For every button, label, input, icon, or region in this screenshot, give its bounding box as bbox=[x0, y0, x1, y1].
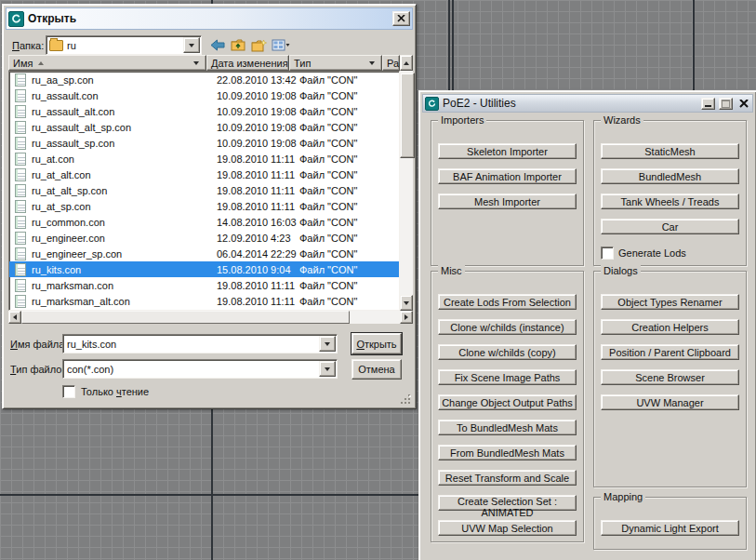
tank-wheels-treads-button[interactable]: Tank Wheels / Treads bbox=[601, 193, 739, 209]
object-types-renamer-button[interactable]: Object Types Renamer bbox=[601, 294, 739, 310]
view-menu-button[interactable] bbox=[270, 37, 292, 53]
file-name: ru_marksman.con bbox=[32, 280, 217, 291]
file-type: Файл "CON" bbox=[299, 296, 399, 307]
column-header-name[interactable]: Имя bbox=[8, 55, 206, 71]
file-row[interactable]: ru_at_alt.con19.08.2010 11:11Файл "CON" bbox=[9, 167, 399, 182]
uvw-map-selection-button[interactable]: UVW Map Selection bbox=[438, 520, 577, 536]
file-row[interactable]: ru_at_sp.con19.08.2010 11:11Файл "CON" bbox=[9, 198, 399, 214]
chevron-down-icon bbox=[325, 367, 330, 371]
filename-combobox[interactable]: ru_kits.con bbox=[62, 334, 338, 353]
file-row[interactable]: ru_engineer.con12.09.2010 4:23Файл "CON" bbox=[9, 230, 399, 246]
file-row-selected[interactable]: ru_kits.con15.08.2010 9:04Файл "CON" bbox=[9, 261, 399, 277]
file-row[interactable]: ru_at.con19.08.2010 11:11Файл "CON" bbox=[9, 151, 399, 167]
group-mapping: Mapping Dynamic Light Export bbox=[593, 497, 747, 550]
column-filter-button[interactable] bbox=[191, 56, 202, 70]
staticmesh-button[interactable]: StaticMesh bbox=[601, 143, 739, 159]
combobox-dropdown-button[interactable] bbox=[183, 37, 200, 53]
clone-with-childs-instance-button[interactable]: Clone w/childs (instance) bbox=[438, 319, 577, 335]
readonly-label: Только чтение bbox=[81, 386, 149, 397]
reset-transform-and-scale-button[interactable]: Reset Transform and Scale bbox=[438, 470, 577, 486]
file-date: 22.08.2010 13:42 bbox=[217, 74, 299, 86]
file-name: ru_at_alt.con bbox=[32, 169, 217, 180]
change-object-output-paths-button[interactable]: Change Object Output Paths bbox=[438, 394, 577, 410]
group-importers: Importers Skeleton Importer BAF Animatio… bbox=[431, 120, 584, 266]
cancel-button[interactable]: Отмена bbox=[351, 359, 402, 380]
filetype-combobox[interactable]: con(*.con) bbox=[62, 359, 338, 379]
file-type: Файл "CON" bbox=[299, 280, 399, 291]
car-button[interactable]: Car bbox=[601, 219, 739, 234]
file-date: 19.08.2010 11:11 bbox=[217, 296, 299, 307]
combobox-dropdown-button[interactable] bbox=[319, 336, 336, 352]
scroll-right-button[interactable] bbox=[400, 311, 413, 324]
clone-with-childs-copy-button[interactable]: Clone w/childs (copy) bbox=[438, 344, 577, 360]
skeleton-importer-button[interactable]: Skeleton Importer bbox=[438, 143, 577, 159]
readonly-checkbox-row[interactable]: Только чтение bbox=[62, 385, 149, 398]
uvw-manager-button[interactable]: UVW Manager bbox=[601, 394, 739, 410]
folder-combobox[interactable]: ru bbox=[46, 35, 202, 55]
up-one-level-button[interactable] bbox=[229, 37, 247, 53]
panel-titlebar[interactable]: PoE2 - Utilities bbox=[422, 94, 753, 113]
file-row[interactable]: ru_assault_alt.con10.09.2010 19:08Файл "… bbox=[9, 103, 399, 119]
generate-lods-checkbox[interactable] bbox=[601, 247, 614, 260]
scroll-left-button[interactable] bbox=[8, 311, 21, 324]
generate-lods-row[interactable]: Generate Lods bbox=[601, 247, 739, 260]
group-dialogs: Dialogs Object Types Renamer Creation He… bbox=[593, 271, 747, 487]
file-name: ru_aa_sp.con bbox=[32, 74, 217, 86]
file-date: 10.09.2010 19:08 bbox=[217, 122, 299, 133]
file-row[interactable]: ru_assault_sp.con10.09.2010 19:08Файл "C… bbox=[9, 135, 399, 151]
scene-browser-button[interactable]: Scene Browser bbox=[601, 369, 739, 385]
file-row[interactable]: ru_marksman.con19.08.2010 11:11Файл "CON… bbox=[9, 277, 399, 293]
fix-scene-image-paths-button[interactable]: Fix Scene Image Paths bbox=[438, 369, 577, 385]
file-type: Файл "CON" bbox=[299, 248, 399, 260]
file-row[interactable]: ru_aa_sp.con22.08.2010 13:42Файл "CON" bbox=[9, 72, 399, 87]
close-icon bbox=[397, 15, 405, 22]
file-date: 15.08.2010 9:04 bbox=[217, 264, 299, 275]
dialog-titlebar[interactable]: Открыть bbox=[6, 7, 413, 30]
dynamic-light-export-button[interactable]: Dynamic Light Export bbox=[601, 520, 739, 536]
column-header-type[interactable]: Тип bbox=[289, 55, 382, 71]
file-icon bbox=[15, 137, 26, 150]
mesh-importer-button[interactable]: Mesh Importer bbox=[438, 193, 577, 209]
minimize-button[interactable] bbox=[701, 98, 715, 110]
maximize-icon bbox=[722, 100, 730, 108]
file-row[interactable]: ru_assault_alt_sp.con10.09.2010 19:08Фай… bbox=[9, 119, 399, 135]
creation-helpers-button[interactable]: Creation Helpers bbox=[601, 319, 739, 335]
to-bundledmesh-mats-button[interactable]: To BundledMesh Mats bbox=[438, 420, 577, 435]
file-type: Файл "CON" bbox=[299, 74, 399, 86]
file-row[interactable]: ru_common.con14.08.2010 16:03Файл "CON" bbox=[9, 214, 399, 230]
baf-animation-importer-button[interactable]: BAF Animation Importer bbox=[438, 168, 577, 184]
file-row[interactable]: ru_assault.con10.09.2010 19:08Файл "CON" bbox=[9, 87, 399, 103]
close-button[interactable] bbox=[392, 11, 410, 26]
file-row[interactable]: ru_marksman_alt.con19.08.2010 11:11Файл … bbox=[9, 293, 399, 309]
file-icon bbox=[15, 105, 26, 118]
resize-grip[interactable] bbox=[400, 393, 412, 406]
file-row[interactable]: ru_engineer_sp.con06.04.2014 22:29Файл "… bbox=[9, 246, 399, 261]
scroll-down-button[interactable] bbox=[400, 295, 413, 311]
horizontal-scrollbar[interactable] bbox=[8, 311, 413, 324]
create-lods-from-selection-button[interactable]: Create Lods From Selection bbox=[438, 294, 577, 310]
scroll-up-button[interactable] bbox=[400, 55, 413, 71]
file-type: Файл "CON" bbox=[299, 233, 399, 244]
column-header-date[interactable]: Дата изменения bbox=[206, 55, 289, 71]
filetype-label: Тип файлов: bbox=[10, 364, 70, 375]
close-button[interactable] bbox=[736, 98, 750, 110]
file-type: Файл "CON" bbox=[299, 264, 399, 275]
readonly-checkbox[interactable] bbox=[62, 385, 75, 398]
vertical-scrollbar-thumb[interactable] bbox=[400, 73, 415, 158]
file-name: ru_assault_alt_sp.con bbox=[32, 122, 217, 133]
from-bundledmesh-mats-button[interactable]: From BundledMesh Mats bbox=[438, 445, 577, 460]
column-filter-button[interactable] bbox=[366, 56, 378, 70]
file-row[interactable]: ru_at_alt_sp.con19.08.2010 11:11Файл "CO… bbox=[9, 182, 399, 198]
create-selection-set-animated-button[interactable]: Create Selection Set : ANIMATED bbox=[438, 495, 577, 511]
file-date: 06.04.2014 22:29 bbox=[217, 248, 299, 260]
column-header-size[interactable]: Раз bbox=[382, 55, 400, 71]
new-folder-button[interactable] bbox=[249, 37, 268, 53]
horizontal-scrollbar-thumb[interactable] bbox=[21, 311, 350, 324]
maximize-button[interactable] bbox=[719, 98, 733, 110]
back-button[interactable] bbox=[208, 37, 227, 53]
bundledmesh-button[interactable]: BundledMesh bbox=[601, 168, 739, 184]
open-button[interactable]: Открыть bbox=[351, 333, 402, 354]
position-parent-clipboard-button[interactable]: Position / Parent Clipboard bbox=[601, 344, 739, 360]
vertical-scrollbar[interactable] bbox=[400, 55, 413, 311]
combobox-dropdown-button[interactable] bbox=[319, 361, 336, 377]
